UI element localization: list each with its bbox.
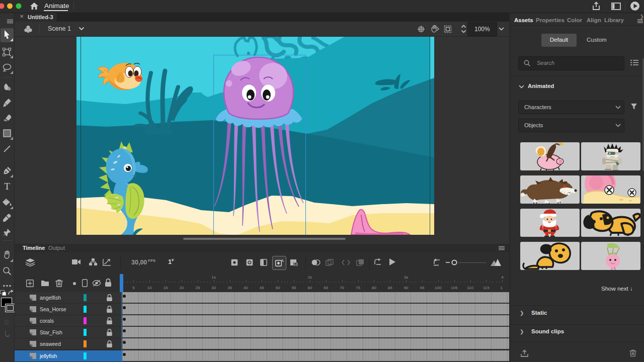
svg-text:A: A: [281, 259, 284, 262]
